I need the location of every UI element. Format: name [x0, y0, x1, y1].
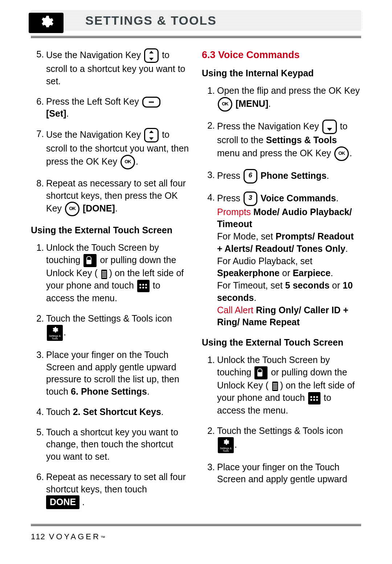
footer: 112 VOYAGER™: [31, 526, 361, 541]
footer-line: [31, 524, 361, 526]
text: .: [82, 497, 85, 507]
bold-text: Settings & Tools: [266, 135, 337, 145]
menu-grid-icon: [308, 392, 320, 404]
step-body: Touch a shortcut key you want to change,…: [46, 426, 190, 463]
step-number: 3.: [202, 169, 217, 184]
subhead-external-touch-2: Using the External Touch Screen: [202, 337, 361, 349]
text: .: [331, 268, 333, 278]
step-body: Use the Navigation Key to scroll to the …: [46, 128, 190, 169]
ok-key-icon: [334, 146, 349, 161]
step-body: Touch the Settings & Tools icon .: [46, 313, 190, 341]
step-body: Unlock the Touch Screen by touching or p…: [46, 242, 190, 305]
int-step-4: 4. Press 3 Voice Commands. Prompts Mode/…: [202, 192, 361, 329]
text: Press: [217, 193, 243, 203]
step-number: 6.: [31, 471, 46, 509]
step-body: Use the Navigation Key to scroll to a sh…: [46, 48, 190, 88]
text: Touch the Settings & Tools icon: [217, 426, 343, 436]
step-number: 8.: [31, 177, 46, 217]
step-number: 5.: [31, 48, 46, 88]
ext-step-6: 6. Repeat as necessary to set all four s…: [31, 471, 190, 509]
text: Repeat as necessary to set all four shor…: [46, 472, 186, 494]
menu-grid-icon: [137, 280, 150, 292]
text: Touch: [46, 407, 73, 417]
ext-step-2: 2. Touch the Settings & Tools icon .: [31, 313, 190, 341]
unlock-key-icon: [271, 382, 278, 390]
text: Use the Navigation Key: [46, 129, 143, 140]
right-internal-steps: 1. Open the flip and press the OK Key [M…: [202, 85, 361, 329]
key-3-icon: 3: [244, 192, 257, 206]
bold-text: Voice Commands: [261, 193, 336, 203]
int-step-2: 2. Press the Navigation Key to scroll to…: [202, 120, 361, 161]
text: .: [66, 108, 69, 118]
left-column: 5. Use the Navigation Key to scroll to a…: [31, 48, 190, 517]
subhead-external-touch: Using the External Touch Screen: [31, 224, 190, 237]
settings-tools-icon: [47, 325, 63, 341]
step-body: Press 3 Voice Commands. Prompts Mode/ Au…: [217, 192, 361, 329]
step-number: 2.: [31, 313, 46, 341]
text: menu and press the OK Key: [217, 148, 334, 158]
header-bar: SETTINGS & TOOLS: [31, 10, 361, 31]
menu-label: [MENU]: [236, 98, 268, 109]
text: or: [332, 280, 343, 290]
red-text: Call Alert: [217, 305, 256, 315]
header-underline: [31, 36, 361, 38]
text: Press the Left Soft Key: [46, 96, 142, 106]
page-number: 112: [31, 532, 45, 541]
ok-key-icon: [65, 202, 79, 216]
settings-tools-icon: [218, 437, 234, 453]
trademark-symbol: ™: [101, 535, 107, 540]
step-5: 5. Use the Navigation Key to scroll to a…: [31, 48, 190, 88]
text: .: [161, 407, 164, 417]
content-columns: 5. Use the Navigation Key to scroll to a…: [31, 48, 361, 517]
ext-step-1: 1. Unlock the Touch Screen by touching o…: [31, 242, 190, 305]
gear-icon: [38, 15, 54, 31]
text: .: [327, 170, 329, 180]
right-external-steps: 1. Unlock the Touch Screen by touching o…: [202, 354, 361, 486]
padlock-icon: [83, 254, 97, 267]
step-number: 1.: [202, 85, 217, 112]
text: .: [115, 203, 118, 213]
right-column: 6.3 Voice Commands Using the Internal Ke…: [202, 48, 361, 517]
text: For Timeout, set: [217, 280, 285, 290]
text: Open the flip and press the OK Key: [217, 85, 360, 96]
bold-text: 5 seconds: [285, 280, 330, 290]
navigation-key-icon: [144, 48, 159, 63]
step-number: 3.: [31, 349, 46, 398]
rext-step-1: 1. Unlock the Touch Screen by touching o…: [202, 354, 361, 417]
text: Touch the Settings & Tools icon: [46, 313, 172, 323]
bold-text: Speakerphone: [217, 268, 279, 278]
ext-step-4: 4. Touch 2. Set Shortcut Keys.: [31, 406, 190, 418]
set-label: [Set]: [46, 108, 66, 118]
text: .: [136, 156, 138, 166]
step-body: Repeat as necessary to set all four shor…: [46, 177, 190, 217]
unlock-key-icon: [100, 270, 107, 278]
step-body: Press 6 Phone Settings.: [217, 169, 361, 184]
step-8: 8. Repeat as necessary to set all four s…: [31, 177, 190, 217]
step-7: 7. Use the Navigation Key to scroll to t…: [31, 128, 190, 169]
step-6: 6. Press the Left Soft Key [Set].: [31, 96, 190, 120]
int-step-3: 3. Press 6 Phone Settings.: [202, 169, 361, 184]
header-icon-box: [29, 13, 64, 33]
step-number: 5.: [31, 426, 46, 463]
bold-text: Phone Settings: [261, 170, 327, 180]
rext-step-2: 2. Touch the Settings & Tools icon .: [202, 425, 361, 453]
bold-text: Earpiece: [293, 268, 330, 278]
step-number: 6.: [31, 96, 46, 120]
text: .: [64, 327, 66, 337]
text: .: [336, 193, 339, 203]
red-text: Prompts: [217, 207, 253, 217]
step-body: Unlock the Touch Screen by touching or p…: [217, 354, 361, 417]
section-voice-commands: 6.3 Voice Commands: [202, 48, 361, 61]
step-body: Repeat as necessary to set all four shor…: [46, 471, 190, 509]
step-number: 3.: [202, 461, 217, 486]
step-number: 1.: [202, 354, 217, 417]
ok-key-icon: [121, 155, 135, 169]
step-number: 4.: [202, 192, 217, 329]
step-body: Open the flip and press the OK Key [MENU…: [217, 85, 361, 112]
text: .: [234, 439, 237, 449]
step-body: Press the Left Soft Key [Set].: [46, 96, 190, 120]
bold-text: 6. Phone Settings: [71, 386, 147, 396]
step-body: Place your finger on the Touch Screen an…: [46, 349, 190, 398]
key-6-icon: 6: [244, 169, 257, 184]
step-number: 2.: [202, 425, 217, 453]
